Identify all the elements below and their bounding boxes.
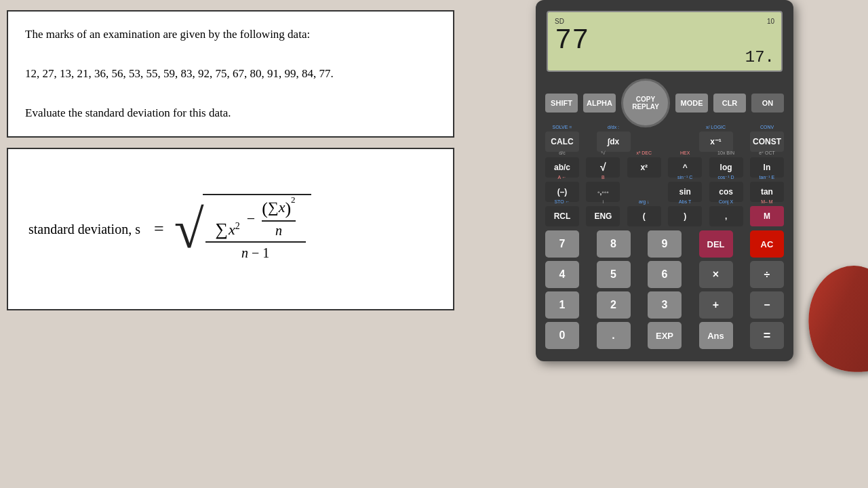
- hex-label: HEX: [680, 150, 690, 155]
- solve-label: SOLVE =: [553, 125, 572, 129]
- top-button-row: SHIFT ALPHA COPY REPLAY MODE CLR ON: [544, 79, 785, 127]
- sin1-label: sin⁻¹ C: [677, 175, 692, 180]
- xcube-label: x³ DEC: [637, 150, 652, 155]
- btn-4[interactable]: 4: [545, 261, 579, 288]
- conj-label: Conj X: [719, 199, 733, 204]
- problem-text2: Evaluate the standard deviation for this…: [25, 104, 436, 123]
- problem-text1: The marks of an examination are given by…: [25, 25, 436, 45]
- sumx-fraction: ( ∑x ) 2 n: [262, 199, 295, 239]
- display-secondary: 17.: [745, 48, 774, 66]
- sto-label: STO ←: [554, 199, 570, 204]
- btn-2[interactable]: 2: [597, 291, 631, 319]
- sqrt-content: ∑ x2 − ( ∑x ) 2: [203, 194, 311, 264]
- clr-button[interactable]: CLR: [713, 94, 746, 113]
- cos1-label: cos⁻¹ D: [717, 175, 734, 180]
- integral-button[interactable]: ∫dx: [597, 131, 631, 152]
- calc-row: SOLVE = CALC d/dx : ∫dx x/ LOGIC x⁻¹ CON…: [544, 131, 785, 152]
- alpha-button[interactable]: ALPHA: [583, 94, 616, 113]
- sum-x2: ∑ x2: [216, 221, 240, 239]
- btn-9[interactable]: 9: [648, 230, 682, 258]
- shift-button[interactable]: SHIFT: [545, 94, 578, 113]
- ac-button[interactable]: AC: [750, 230, 784, 258]
- btn-1[interactable]: 1: [545, 291, 579, 319]
- btn-5[interactable]: 5: [597, 261, 631, 288]
- conv-label: CONV: [760, 125, 774, 129]
- equals-button[interactable]: =: [750, 322, 784, 349]
- btn-0[interactable]: 0: [545, 322, 579, 349]
- math-row: d/c ab/c ³√ √ x³ DEC x² HEX ^ 10x BIN lo…: [544, 157, 785, 178]
- ans-button[interactable]: Ans: [699, 322, 733, 349]
- btn-dot[interactable]: .: [597, 322, 631, 349]
- num-row-789: 7 8 9 DEL AC: [544, 230, 785, 258]
- trig-row: A ← (–) B ◦,◦◦◦ sin⁻¹ C sin cos⁻¹ D cos …: [544, 182, 785, 202]
- b-label: B: [601, 175, 605, 180]
- num-row-456: 4 5 6 × ÷: [544, 261, 785, 288]
- angle-label: A ←: [557, 175, 566, 180]
- formula-label: standard deviation, s: [28, 222, 140, 237]
- btn-8[interactable]: 8: [597, 230, 631, 258]
- minus-button[interactable]: −: [750, 291, 784, 319]
- rcl-button[interactable]: RCL: [545, 206, 579, 226]
- log10x-label: 10x BIN: [717, 150, 734, 155]
- xinv-button[interactable]: x⁻¹: [699, 131, 733, 152]
- num-row-0: 0 . EXP Ans =: [544, 322, 785, 349]
- minus-op: −: [247, 210, 255, 228]
- rcl-row: STO ← RCL i ENG arg ↓ ( Abs T ) Conj X ,…: [544, 206, 785, 226]
- comma-button[interactable]: ,: [709, 206, 743, 226]
- big-fraction-denominator: n − 1: [241, 245, 269, 261]
- calc-display: SD 10 77 17.: [547, 11, 783, 72]
- problem-data: 12, 27, 13, 21, 36, 56, 53, 55, 59, 83, …: [25, 64, 436, 84]
- i-label: i: [603, 199, 604, 204]
- del-button[interactable]: DEL: [699, 230, 733, 258]
- ddx-label: d/dx :: [608, 125, 619, 129]
- m-button[interactable]: M: [750, 206, 784, 226]
- equals-sign: =: [154, 219, 164, 239]
- oparen-button[interactable]: (: [627, 206, 661, 226]
- btn-6[interactable]: 6: [648, 261, 682, 288]
- cparen-button[interactable]: ): [668, 206, 702, 226]
- left-panel: The marks of an examination are given by…: [0, 0, 461, 488]
- calculator: SD 10 77 17. SHIFT ALPHA COPY REPLAY MOD…: [536, 0, 793, 361]
- times-button[interactable]: ×: [699, 261, 733, 288]
- on-button[interactable]: ON: [751, 94, 784, 113]
- btn-3[interactable]: 3: [648, 291, 682, 319]
- display-mode-right: 10: [767, 18, 774, 25]
- ex-label: eˣ OCT: [759, 150, 775, 156]
- m-minus-label: M– M: [761, 199, 773, 204]
- abs-label: Abs T: [679, 199, 691, 204]
- finger-overlay: [791, 256, 868, 388]
- formula-box: standard deviation, s = √ ∑ x2 −: [7, 148, 454, 310]
- sumx-numerator: ( ∑x ) 2: [262, 199, 295, 220]
- const-button[interactable]: CONST: [750, 131, 784, 152]
- arg-label: arg ↓: [639, 199, 650, 204]
- calc-button[interactable]: CALC: [545, 131, 579, 152]
- cuberoot-label: ³√: [601, 150, 605, 155]
- display-main: 77: [555, 26, 774, 55]
- right-panel: SD 10 77 17. SHIFT ALPHA COPY REPLAY MOD…: [461, 0, 868, 488]
- divide-button[interactable]: ÷: [750, 261, 784, 288]
- xsq-button[interactable]: x²: [627, 157, 661, 178]
- replay-label: REPLAY: [632, 103, 659, 110]
- mode-button[interactable]: MODE: [675, 94, 708, 113]
- copy-replay-button[interactable]: COPY REPLAY: [621, 79, 670, 127]
- plus-button[interactable]: +: [699, 291, 733, 319]
- problem-box: The marks of an examination are given by…: [7, 10, 454, 138]
- exp-button[interactable]: EXP: [648, 322, 682, 349]
- dc-label: d/c: [559, 150, 565, 155]
- btn-7[interactable]: 7: [545, 230, 579, 258]
- sqrt-wrapper: √ ∑ x2 − ( ∑x: [174, 194, 311, 264]
- eng-button[interactable]: ENG: [586, 206, 620, 226]
- sumx-denominator: n: [275, 222, 282, 239]
- tan1-label: tan⁻¹ E: [760, 175, 775, 180]
- sqrt-symbol: √: [174, 202, 204, 256]
- xlogic-label: x/ LOGIC: [706, 125, 726, 129]
- copy-label: COPY: [636, 96, 655, 103]
- num-row-123: 1 2 3 + −: [544, 291, 785, 319]
